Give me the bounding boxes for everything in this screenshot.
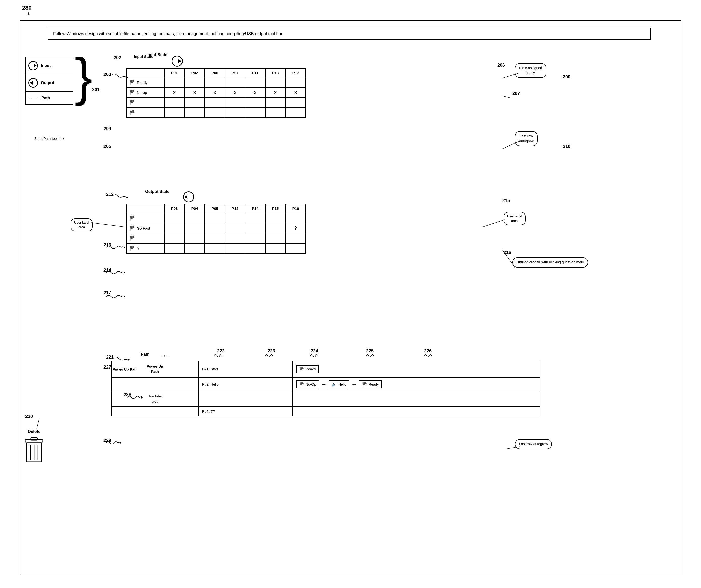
- cell-noop-p17[interactable]: X: [285, 87, 306, 97]
- cell-217-p15[interactable]: [265, 243, 285, 253]
- cell-204-p01[interactable]: [164, 97, 185, 107]
- row-214-label: 🏴: [127, 233, 164, 243]
- cell-ready-p07[interactable]: [225, 77, 245, 87]
- cell-ready-p02[interactable]: [185, 77, 205, 87]
- ref-210: 210: [563, 144, 570, 149]
- toolbox-path-label: Path: [41, 96, 50, 100]
- ref-202: 202: [113, 55, 121, 60]
- trash-icon[interactable]: [23, 436, 45, 464]
- cell-out1-p15[interactable]: [265, 213, 285, 223]
- col-p11: P11: [245, 68, 265, 77]
- cell-noop-p07[interactable]: X: [225, 87, 245, 97]
- cell-noop-p11[interactable]: X: [245, 87, 265, 97]
- callout-autogrow-input: Last rowautogrow: [515, 131, 538, 146]
- ref-206: 206: [497, 63, 505, 68]
- cell-217-p14[interactable]: [245, 243, 265, 253]
- cell-205-p13[interactable]: [265, 107, 285, 117]
- path-state-noop[interactable]: 🏴 No-Op: [296, 380, 319, 388]
- cell-out1-p05[interactable]: [205, 213, 225, 223]
- toolbox-output-label: Output: [41, 80, 54, 85]
- cell-204-p07[interactable]: [225, 97, 245, 107]
- cell-217-p03[interactable]: [164, 243, 185, 253]
- cell-ready-p11[interactable]: [245, 77, 265, 87]
- cell-gofast-p04[interactable]: [185, 223, 205, 233]
- cell-gofast-p15[interactable]: [265, 223, 285, 233]
- out-col-p03: P03: [164, 204, 185, 213]
- svg-rect-1: [31, 437, 37, 440]
- ref-200: 200: [563, 74, 570, 80]
- cell-214-p04[interactable]: [185, 233, 205, 243]
- svg-marker-12: [141, 396, 143, 399]
- cell-204-p17[interactable]: [285, 97, 306, 107]
- col-p06: P06: [205, 68, 225, 77]
- arrow-2: →: [352, 381, 357, 388]
- cell-204-p11[interactable]: [245, 97, 265, 107]
- cell-204-p13[interactable]: [265, 97, 285, 107]
- toolbox-input-label: Input: [41, 63, 51, 68]
- cell-204-p02[interactable]: [185, 97, 205, 107]
- flag-icon-noop-path: 🏴: [299, 382, 304, 387]
- cell-217-p05[interactable]: [205, 243, 225, 253]
- cell-gofast-p05[interactable]: [205, 223, 225, 233]
- path-row3-content: [292, 391, 540, 406]
- svg-marker-10: [124, 271, 125, 274]
- wavy-214: [105, 268, 130, 278]
- cell-205-p17[interactable]: [285, 107, 306, 117]
- cell-out1-p14[interactable]: [245, 213, 265, 223]
- cell-217-p12[interactable]: [225, 243, 245, 253]
- cell-205-p11[interactable]: [245, 107, 265, 117]
- cell-noop-p02[interactable]: X: [185, 87, 205, 97]
- path-row3-id: [198, 391, 292, 406]
- wavy-229: [105, 438, 125, 448]
- path-sound-hello[interactable]: 🔈 Hello: [329, 380, 349, 388]
- cell-214-p16[interactable]: [285, 233, 306, 243]
- cell-205-p06[interactable]: [205, 107, 225, 117]
- cell-217-p04[interactable]: [185, 243, 205, 253]
- cell-ready-p01[interactable]: [164, 77, 185, 87]
- cell-gofast-p12[interactable]: [225, 223, 245, 233]
- toolbox-output[interactable]: Output: [26, 74, 73, 92]
- input-state-symbol: [172, 55, 183, 67]
- cell-out1-p16[interactable]: [285, 213, 306, 223]
- input-label-col: [127, 68, 164, 77]
- row-gofast-label: 🏴 Go Fast: [127, 223, 164, 233]
- cell-noop-p06[interactable]: X: [205, 87, 225, 97]
- cell-noop-p13[interactable]: X: [265, 87, 285, 97]
- cell-noop-p01[interactable]: X: [164, 87, 185, 97]
- figure-number: 280: [22, 5, 32, 11]
- cell-214-p15[interactable]: [265, 233, 285, 243]
- noop-text: No-op: [137, 90, 147, 95]
- path-state-ready2[interactable]: 🏴 Ready: [359, 380, 382, 388]
- cell-gofast-p14[interactable]: [245, 223, 265, 233]
- cell-out1-p12[interactable]: [225, 213, 245, 223]
- callout-autogrow-path: Last row autogrow: [515, 439, 552, 449]
- path-ready2-text: Ready: [369, 382, 379, 386]
- cell-214-p14[interactable]: [245, 233, 265, 243]
- toolbox-input[interactable]: Input: [26, 57, 73, 74]
- flag-icon-ready2: 🏴: [362, 382, 367, 387]
- cell-out1-p03[interactable]: [164, 213, 185, 223]
- ref-230: 230: [25, 414, 33, 419]
- table-row: 🏴 ?: [127, 243, 306, 253]
- col-p07: P07: [225, 68, 245, 77]
- user-label-left: User labelarea: [71, 218, 93, 231]
- cell-214-p03[interactable]: [164, 233, 185, 243]
- cell-ready-p17[interactable]: [285, 77, 306, 87]
- path-state-ready[interactable]: 🏴 Ready: [296, 365, 319, 373]
- cell-214-p05[interactable]: [205, 233, 225, 243]
- cell-gofast-p03[interactable]: [164, 223, 185, 233]
- wavy-217: [105, 291, 130, 302]
- speaker-icon: 🔈: [332, 382, 337, 387]
- cell-ready-p06[interactable]: [205, 77, 225, 87]
- cell-214-p12[interactable]: [225, 233, 245, 243]
- cell-out1-p04[interactable]: [185, 213, 205, 223]
- cell-205-p02[interactable]: [185, 107, 205, 117]
- cell-217-p16[interactable]: [285, 243, 306, 253]
- cell-205-p01[interactable]: [164, 107, 185, 117]
- cell-gofast-p16[interactable]: ?: [285, 223, 306, 233]
- cell-ready-p13[interactable]: [265, 77, 285, 87]
- table-row: P#4: ??: [111, 406, 540, 416]
- toolbox-path[interactable]: →→ Path: [26, 92, 73, 104]
- cell-205-p07[interactable]: [225, 107, 245, 117]
- cell-204-p06[interactable]: [205, 97, 225, 107]
